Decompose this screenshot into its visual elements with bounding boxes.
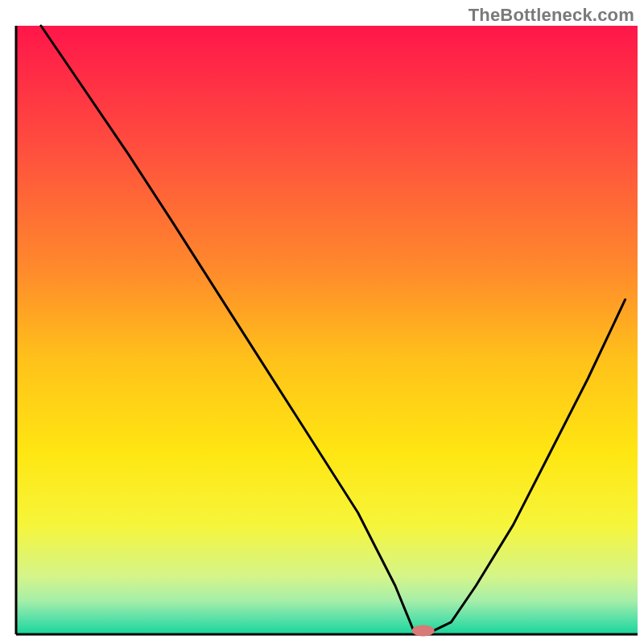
watermark-text: TheBottleneck.com [469,5,634,26]
plot-background [16,26,638,634]
bottleneck-plot [0,0,644,644]
sweet-spot-marker [412,625,435,636]
chart-stage: TheBottleneck.com [0,0,644,644]
